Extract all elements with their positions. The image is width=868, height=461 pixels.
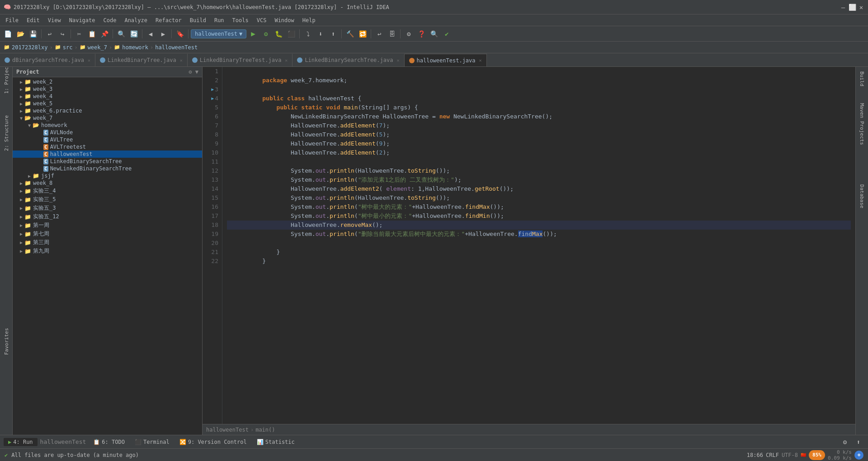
memory-badge[interactable]: 85% bbox=[809, 450, 825, 460]
status-position[interactable]: 18:66 bbox=[747, 452, 763, 458]
tree-avltree[interactable]: C AVLTree bbox=[13, 136, 202, 143]
menu-analyze[interactable]: Analyze bbox=[121, 16, 151, 24]
menu-tools[interactable]: Tools bbox=[229, 16, 252, 24]
gutter-run-3[interactable]: ▶ bbox=[211, 85, 214, 94]
tree-avltreetest[interactable]: C AVLTreetest bbox=[13, 143, 202, 151]
redo-btn[interactable]: ↪ bbox=[57, 28, 68, 40]
tree-week6practice[interactable]: ▶ 📁 week_6.practice bbox=[13, 107, 202, 114]
gutter-run-4[interactable]: ▶ bbox=[211, 94, 214, 103]
bc-item-week7[interactable]: week_7 bbox=[88, 44, 107, 51]
tab-dbinarysearchtree[interactable]: dBinarySearchTree.java ✕ bbox=[0, 54, 95, 66]
run-btn[interactable]: ▶ bbox=[247, 28, 259, 40]
tree-week7[interactable]: ▼ 📂 week_7 bbox=[13, 114, 202, 122]
notification-btn[interactable]: + bbox=[854, 451, 863, 460]
undo2-btn[interactable]: ↩ bbox=[373, 28, 385, 40]
tree-avlnode[interactable]: C AVLNode bbox=[13, 129, 202, 136]
tab-close-4[interactable]: ✕ bbox=[396, 58, 399, 63]
code-area[interactable]: package week_7.homework; public class ha… bbox=[222, 67, 855, 424]
tree-week-nine[interactable]: ▶ 📁 第九周 bbox=[13, 247, 202, 255]
tree-jsjf[interactable]: ▶ 📁 jsjf bbox=[13, 172, 202, 179]
tab-close-2[interactable]: ✕ bbox=[180, 58, 183, 63]
tab-linkedbinarysearchtree[interactable]: LinkedBinarySearchTree.java ✕ bbox=[292, 54, 404, 66]
tab-linkedbinarytreetest[interactable]: LinkedBinaryTreeTest.java ✕ bbox=[188, 54, 293, 66]
status-lf[interactable]: UTF-8 bbox=[782, 452, 798, 458]
copy-btn[interactable]: 📋 bbox=[86, 28, 98, 40]
bookmark-btn[interactable]: 🔖 bbox=[174, 28, 186, 40]
open-btn[interactable]: 📂 bbox=[14, 28, 26, 40]
bottom-tab-statistic[interactable]: 📊 Statistic bbox=[252, 438, 299, 446]
sidebar-label-favorites[interactable]: Favorites bbox=[3, 328, 9, 355]
tab-halloweentest[interactable]: halloweenTest.java ✕ bbox=[405, 54, 487, 66]
step-into-btn[interactable]: ⬇ bbox=[315, 28, 326, 40]
bottom-tab-vcs[interactable]: 🔀 9: Version Control bbox=[175, 438, 251, 446]
bc-item-file[interactable]: halloweenTest bbox=[155, 44, 198, 51]
step-out-btn[interactable]: ⬆ bbox=[327, 28, 339, 40]
debug-btn[interactable]: 🐛 bbox=[273, 28, 284, 40]
back-btn[interactable]: ◀ bbox=[145, 28, 156, 40]
tree-exp5-12[interactable]: ▶ 📁 实验五_12 bbox=[13, 212, 202, 221]
tree-linkedbinarysearchtree[interactable]: C LinkedBinarySearchTree bbox=[13, 158, 202, 165]
coverage-btn[interactable]: ⚙ bbox=[260, 28, 272, 40]
sidebar-label-database-right[interactable]: Database bbox=[859, 184, 865, 208]
tab-close-3[interactable]: ✕ bbox=[285, 58, 288, 63]
bc-item-homework[interactable]: homework bbox=[122, 44, 148, 51]
menu-window[interactable]: Window bbox=[271, 16, 297, 24]
sidebar-label-maven-right[interactable]: Maven Projects bbox=[859, 103, 865, 145]
help-btn[interactable]: ❓ bbox=[415, 28, 427, 40]
tree-week3[interactable]: ▶ 📁 week_3 bbox=[13, 85, 202, 93]
bottom-tab-todo[interactable]: 📋 6: TODO bbox=[89, 438, 129, 446]
run-config-selector[interactable]: halloweenTest ▼ bbox=[191, 29, 246, 38]
tree-week2[interactable]: ▶ 📁 week_2 bbox=[13, 78, 202, 85]
minimize-button[interactable]: — bbox=[840, 4, 846, 10]
menu-code[interactable]: Code bbox=[100, 16, 120, 24]
sidebar-label-project[interactable]: 1: Project bbox=[3, 67, 9, 94]
tree-newlinked[interactable]: C NewLinkedBinarySearchTree bbox=[13, 165, 202, 172]
project-options[interactable]: ⚙ ▼ bbox=[189, 69, 198, 75]
menu-navigate[interactable]: Navigate bbox=[66, 16, 99, 24]
settings-btn[interactable]: ⚙ bbox=[403, 28, 415, 40]
tree-week-three[interactable]: ▶ 📁 第三周 bbox=[13, 238, 202, 247]
build-btn[interactable]: 🔨 bbox=[344, 28, 356, 40]
tab-linkedbinarytree[interactable]: LinkedBinaryTree.java ✕ bbox=[95, 54, 188, 66]
tree-week-seven[interactable]: ▶ 📁 第七周 bbox=[13, 230, 202, 238]
bc-item-root[interactable]: 20172328lxy bbox=[12, 44, 47, 51]
rebuild-btn[interactable]: 🔁 bbox=[357, 28, 368, 40]
step-over-btn[interactable]: ⤵ bbox=[302, 28, 314, 40]
bottom-settings-btn[interactable]: ⚙ bbox=[839, 436, 851, 448]
menu-refactor[interactable]: Refactor bbox=[152, 16, 185, 24]
tab-close-1[interactable]: ✕ bbox=[88, 58, 90, 63]
save-btn[interactable]: 💾 bbox=[27, 28, 39, 40]
bottom-restore-btn[interactable]: ⬆ bbox=[853, 436, 864, 448]
tree-homework[interactable]: ▼ 📂 homework bbox=[13, 122, 202, 129]
status-encoding[interactable]: CRLF bbox=[766, 452, 779, 458]
db-btn[interactable]: 🗄 bbox=[386, 28, 398, 40]
inspect-btn[interactable]: 🔍 bbox=[428, 28, 440, 40]
menu-build[interactable]: Build bbox=[186, 16, 210, 24]
undo-btn[interactable]: ↩ bbox=[44, 28, 56, 40]
bottom-tab-terminal[interactable]: ⬛ Terminal bbox=[130, 438, 174, 446]
new-file-btn[interactable]: 📄 bbox=[2, 28, 14, 40]
close-button[interactable]: ✕ bbox=[858, 4, 864, 10]
tree-exp5-3[interactable]: ▶ 📁 实验五_3 bbox=[13, 204, 202, 212]
menu-help[interactable]: Help bbox=[299, 16, 319, 24]
cut-btn[interactable]: ✂ bbox=[73, 28, 85, 40]
tree-week5[interactable]: ▶ 📁 week_5 bbox=[13, 100, 202, 107]
tree-week4[interactable]: ▶ 📁 week_4 bbox=[13, 93, 202, 100]
menu-vcs[interactable]: VCS bbox=[253, 16, 270, 24]
sidebar-label-structure[interactable]: 2: Structure bbox=[3, 115, 9, 151]
stop-btn[interactable]: ⬛ bbox=[285, 28, 297, 40]
menu-file[interactable]: File bbox=[2, 16, 22, 24]
paste-btn[interactable]: 📌 bbox=[99, 28, 110, 40]
tree-exp3-4[interactable]: ▶ 📁 实验三_4 bbox=[13, 187, 202, 195]
tab-close-5[interactable]: ✕ bbox=[479, 58, 482, 63]
find-btn[interactable]: 🔍 bbox=[115, 28, 127, 40]
forward-btn[interactable]: ▶ bbox=[157, 28, 169, 40]
menu-run[interactable]: Run bbox=[211, 16, 228, 24]
tree-week8[interactable]: ▶ 📁 week_8 bbox=[13, 179, 202, 187]
tree-halloweentest[interactable]: C halloweenTest bbox=[13, 151, 202, 158]
menu-view[interactable]: View bbox=[44, 16, 65, 24]
menu-edit[interactable]: Edit bbox=[23, 16, 43, 24]
tree-week-one[interactable]: ▶ 📁 第一周 bbox=[13, 221, 202, 230]
maximize-button[interactable]: ⬜ bbox=[849, 4, 855, 10]
replace-btn[interactable]: 🔄 bbox=[128, 28, 140, 40]
